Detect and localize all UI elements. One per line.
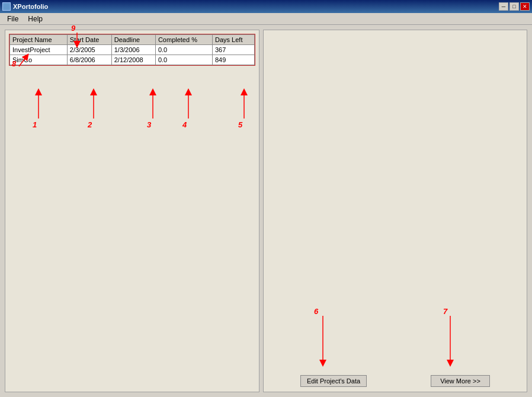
- data-table: Project Name Start Date Deadline Complet…: [9, 34, 255, 65]
- col-start-date: Start Date: [67, 35, 111, 45]
- minimize-button[interactable]: ─: [499, 2, 508, 11]
- menu-file[interactable]: File: [2, 14, 23, 24]
- table-row[interactable]: InvestProject 2/3/2005 1/3/2006 0.0 367: [10, 45, 255, 55]
- row1-days: 367: [212, 45, 254, 55]
- row2-start: 6/8/2006: [67, 55, 111, 65]
- title-bar: XPortofolio ─ □ ✕: [0, 0, 532, 13]
- app-icon: [2, 2, 11, 11]
- window-controls: ─ □ ✕: [499, 2, 530, 11]
- content-area: Project Name Start Date Deadline Complet…: [5, 30, 527, 392]
- row2-name: SimCo: [10, 55, 68, 65]
- edit-project-data-button[interactable]: Edit Project's Data: [300, 375, 367, 387]
- left-panel: Project Name Start Date Deadline Complet…: [5, 30, 259, 392]
- menu-help[interactable]: Help: [23, 14, 47, 24]
- row1-deadline: 1/3/2006: [111, 45, 155, 55]
- col-days-left: Days Left: [212, 35, 254, 45]
- row1-name: InvestProject: [10, 45, 68, 55]
- row1-start: 2/3/2005: [67, 45, 111, 55]
- right-panel-content: [264, 30, 527, 370]
- col-project-name: Project Name: [10, 35, 68, 45]
- col-deadline: Deadline: [111, 35, 155, 45]
- col-completed: Completed %: [155, 35, 212, 45]
- window-body: Project Name Start Date Deadline Complet…: [0, 25, 532, 397]
- maximize-button[interactable]: □: [509, 2, 519, 11]
- row1-completed: 0.0: [155, 45, 212, 55]
- row2-completed: 0.0: [155, 55, 212, 65]
- right-panel-buttons: Edit Project's Data View More >>: [264, 370, 527, 392]
- project-table: Project Name Start Date Deadline Complet…: [9, 34, 255, 66]
- close-button[interactable]: ✕: [520, 2, 530, 11]
- view-more-button[interactable]: View More >>: [431, 375, 490, 387]
- row2-days: 849: [212, 55, 254, 65]
- table-row[interactable]: SimCo 6/8/2006 2/12/2008 0.0 849: [10, 55, 255, 65]
- right-panel: Edit Project's Data View More >>: [263, 30, 527, 392]
- window-title: XPortofolio: [13, 3, 48, 10]
- menu-bar: File Help: [0, 13, 532, 25]
- row2-deadline: 2/12/2008: [111, 55, 155, 65]
